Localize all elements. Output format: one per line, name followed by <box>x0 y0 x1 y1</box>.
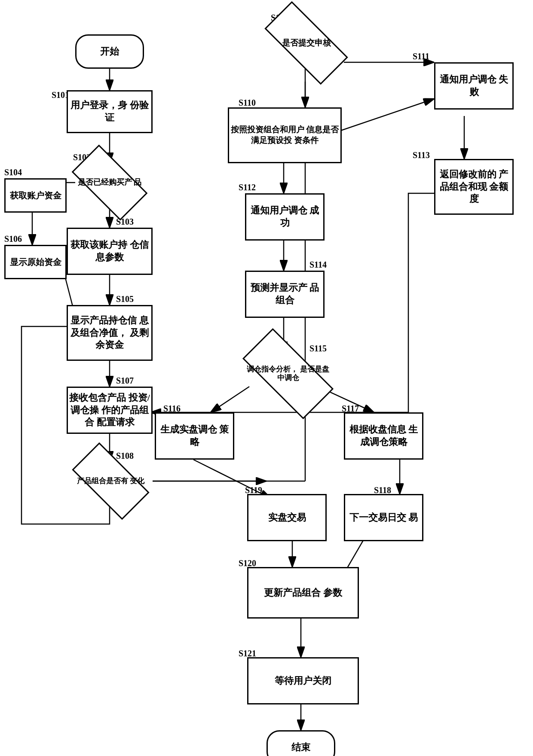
s111-node: 通知用户调仓 失败 <box>434 62 514 110</box>
s111-step: S111 <box>413 52 429 61</box>
s112-step: S112 <box>239 183 256 192</box>
s103-step: S103 <box>116 217 134 227</box>
s118-node: 下一交易日交 易 <box>344 494 423 541</box>
end-node: 结束 <box>266 730 335 756</box>
s114-node: 预测并显示产 品组合 <box>245 271 325 318</box>
s119-node: 实盘交易 <box>247 494 327 541</box>
s106-node: 显示原始资金 <box>4 245 67 279</box>
s106-step: S106 <box>4 234 22 244</box>
s113-node: 返回修改前的 产品组合和现 金额度 <box>434 159 514 215</box>
s110-step: S110 <box>239 98 256 108</box>
svg-line-20 <box>211 387 249 412</box>
s105-step: S105 <box>116 294 134 304</box>
s121-node: 等待用户关闭 <box>247 657 359 704</box>
s101-node: 用户登录，身 份验证 <box>67 90 153 133</box>
s108-step: S108 <box>116 451 134 461</box>
s108-text: 产品组合是否有 变化 <box>75 462 146 500</box>
s103-node: 获取该账户持 仓信息参数 <box>67 228 153 275</box>
s120-node: 更新产品组合 参数 <box>247 567 359 619</box>
svg-line-16 <box>327 99 434 135</box>
s116-node: 生成实盘调仓 策略 <box>155 412 234 460</box>
s115-text: 调仓指令分析， 是否是盘中调仓 <box>245 352 331 395</box>
s107-step: S107 <box>116 376 134 386</box>
s102-text: 是否已经购买产 品 <box>75 163 144 202</box>
flowchart: 开始 S101 用户登录，身 份验证 S102 是否已经购买产 品 S103 获… <box>0 0 533 756</box>
s112-node: 通知用户调仓 成功 <box>245 193 325 241</box>
s104-node: 获取账户资金 <box>4 178 67 213</box>
s113-step: S113 <box>413 150 430 160</box>
s114-step: S114 <box>309 260 327 270</box>
s110-node: 按照投资组合和用户 信息是否满足预设投 资条件 <box>228 107 342 163</box>
start-node: 开始 <box>75 34 144 69</box>
s117-node: 根据收盘信息 生成调仓策略 <box>344 412 423 460</box>
s105-node: 显示产品持仓信 息及组合净值， 及剩余资金 <box>67 305 153 361</box>
s109-text: 是否提交申核 <box>266 24 346 62</box>
s107-node: 接收包含产品 投资/调仓操 作的产品组合 配置请求 <box>67 387 153 434</box>
s104-step: S104 <box>4 168 22 177</box>
